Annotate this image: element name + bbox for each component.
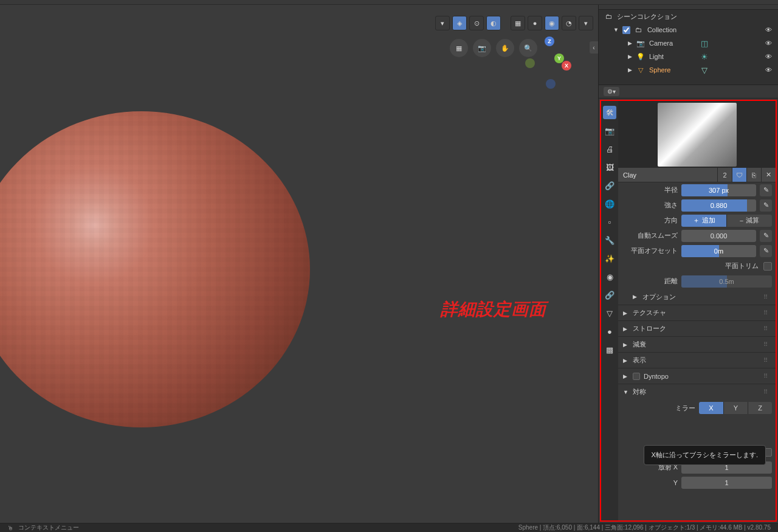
drag-handle-icon[interactable]: ⠿ <box>763 325 771 332</box>
collection-visibility-checkbox[interactable] <box>622 26 630 34</box>
outliner-collection[interactable]: ▼ 🗀 Collection 👁 <box>599 23 778 36</box>
tab-texture-icon[interactable]: ▩ <box>603 343 616 356</box>
tab-material-icon[interactable]: ● <box>603 325 616 338</box>
drag-handle-icon[interactable]: ⠿ <box>763 357 771 364</box>
xray-toggle-icon[interactable]: ◐ <box>486 16 501 30</box>
tab-output-icon[interactable]: 🖨 <box>603 142 616 156</box>
mesh-data-icon[interactable]: ▽ <box>701 66 707 75</box>
chevron-right-icon: ▶ <box>623 373 629 379</box>
tab-particles-icon[interactable]: ✨ <box>603 252 616 265</box>
brush-preview[interactable] <box>618 101 776 168</box>
disclosure-triangle-icon[interactable]: ▼ <box>613 27 619 33</box>
brush-thumbnail <box>658 103 737 167</box>
panel-option[interactable]: ▶ オプション ⠿ <box>618 289 776 305</box>
gizmo-toggle-icon[interactable]: ◈ <box>452 16 467 30</box>
pressure-radius-icon[interactable]: ✎ <box>760 184 772 196</box>
tab-object-icon[interactable]: ▫ <box>603 215 616 229</box>
brush-name-input[interactable] <box>618 168 717 182</box>
shading-matcap-icon[interactable]: ◉ <box>545 16 559 30</box>
axis-neg-z-icon[interactable] <box>546 79 556 89</box>
drag-handle-icon[interactable]: ⠿ <box>763 341 771 348</box>
radial-y-field[interactable]: 1 <box>681 477 772 489</box>
panel-symmetry[interactable]: ▼ 対称 ⠿ <box>618 384 776 399</box>
axis-gizmo[interactable]: Z Y X <box>525 36 574 85</box>
drag-handle-icon[interactable]: ⠿ <box>763 294 771 300</box>
strength-slider[interactable]: 0.880 <box>681 199 756 212</box>
drag-handle-icon[interactable]: ⠿ <box>763 373 771 379</box>
light-data-icon[interactable]: ☀ <box>701 52 708 61</box>
eye-icon[interactable]: 👁 <box>763 40 773 47</box>
tab-modifiers-icon[interactable]: 🔧 <box>603 233 616 247</box>
pressure-strength-icon[interactable]: ✎ <box>760 199 772 212</box>
tab-viewlayer-icon[interactable]: 🖼 <box>603 161 616 174</box>
disclosure-triangle-icon[interactable]: ▶ <box>628 54 632 60</box>
panel-display[interactable]: ▶ 表示 ⠿ <box>618 352 776 368</box>
panel-dyntopo[interactable]: ▶ Dyntopo ⠿ <box>618 368 776 384</box>
plane-trim-checkbox[interactable] <box>763 262 772 271</box>
drag-handle-icon[interactable]: ⠿ <box>763 309 771 316</box>
collection-icon: 🗀 <box>634 25 644 35</box>
unlink-brush-icon[interactable]: ✕ <box>761 168 776 182</box>
overlay-dropdown-icon[interactable]: ▾ <box>435 16 450 30</box>
drag-handle-icon[interactable]: ⠿ <box>763 389 771 395</box>
shading-dropdown-icon[interactable]: ▾ <box>579 16 593 30</box>
pan-icon[interactable]: ✋ <box>496 39 514 57</box>
direction-subtract-button[interactable]: −減算 <box>726 215 772 227</box>
mouse-icon: 🖱 <box>7 525 13 531</box>
direction-add-button[interactable]: ＋追加 <box>681 215 726 227</box>
tab-physics-icon[interactable]: ◉ <box>603 270 616 283</box>
autosmooth-slider[interactable]: 0.000 <box>681 230 756 242</box>
plane-offset-slider[interactable]: 0m <box>681 245 756 257</box>
props-options-button[interactable]: ⚙▾ <box>604 87 619 96</box>
axis-x-icon[interactable]: X <box>562 61 571 71</box>
tab-tool-icon[interactable]: 🛠 <box>603 106 616 119</box>
mirror-x-button[interactable]: X <box>699 402 723 414</box>
shading-rendered-icon[interactable]: ◔ <box>562 16 576 30</box>
radial-y-row: Y 1 <box>618 475 776 490</box>
pressure-autosmooth-icon[interactable]: ✎ <box>760 230 772 242</box>
axis-neg-y-icon[interactable] <box>525 58 535 68</box>
radius-row: 半径 307 px ✎ <box>618 182 776 198</box>
brush-users-count[interactable]: 2 <box>717 168 732 182</box>
outliner-item-sphere[interactable]: ▶ ▽ Sphere ▽ 👁 <box>599 63 778 77</box>
tab-render-icon[interactable]: 📷 <box>603 124 616 137</box>
overlay-toggle-icon[interactable]: ⊙ <box>469 16 484 30</box>
panel-falloff[interactable]: ▶ 減衰 ⠿ <box>618 336 776 352</box>
viewport-3d[interactable]: 詳細設定画面 ▾ ◈ ⊙ ◐ ▦ ● ◉ ◔ ▾ ▦ 📷 ✋ 🔍 ‹ Z Y X <box>0 5 598 523</box>
camera-icon: 📷 <box>636 38 645 48</box>
light-icon: 💡 <box>636 52 645 61</box>
mirror-row: ミラー X Y Z <box>618 399 776 416</box>
disclosure-triangle-icon[interactable]: ▶ <box>628 40 632 46</box>
radius-slider[interactable]: 307 px <box>681 184 756 196</box>
annotation-label: 詳細設定画面 <box>441 298 546 321</box>
plane-offset-row: 平面オフセット 0m ✎ <box>618 243 776 258</box>
eye-icon[interactable]: 👁 <box>763 66 773 74</box>
new-brush-icon[interactable]: ⎘ <box>746 168 761 182</box>
tab-world-icon[interactable]: 🌐 <box>603 197 616 210</box>
outliner-item-camera[interactable]: ▶ 📷 Camera ◫ 👁 <box>599 36 778 50</box>
eye-icon[interactable]: 👁 <box>763 26 773 33</box>
tooltip: X軸に沿ってブラシをミラーします. <box>644 445 766 465</box>
shading-wire-icon[interactable]: ▦ <box>511 16 525 30</box>
tab-mesh-icon[interactable]: ▽ <box>603 306 616 320</box>
mirror-z-button[interactable]: Z <box>748 402 772 414</box>
tab-scene-icon[interactable]: 🔗 <box>603 179 616 192</box>
outliner-item-light[interactable]: ▶ 💡 Light ☀ 👁 <box>599 50 778 63</box>
panel-stroke[interactable]: ▶ ストローク ⠿ <box>618 320 776 336</box>
panel-texture[interactable]: ▶ テクスチャ ⠿ <box>618 305 776 320</box>
dyntopo-checkbox[interactable] <box>633 373 640 380</box>
outliner-scene-collection[interactable]: 🗀 シーンコレクション <box>599 10 778 23</box>
grid-icon[interactable]: ▦ <box>450 39 468 57</box>
panel-collapse-icon[interactable]: ‹ <box>590 41 598 54</box>
camera-data-icon[interactable]: ◫ <box>701 39 708 48</box>
shading-solid-icon[interactable]: ● <box>528 16 542 30</box>
disclosure-triangle-icon[interactable]: ▶ <box>628 67 632 73</box>
distance-slider[interactable]: 0.5m <box>681 275 772 288</box>
mirror-y-button[interactable]: Y <box>723 402 748 414</box>
fake-user-icon[interactable]: 🛡 <box>732 168 746 182</box>
eye-icon[interactable]: 👁 <box>763 53 773 60</box>
axis-z-icon[interactable]: Z <box>545 36 554 46</box>
tab-constraints-icon[interactable]: 🔗 <box>603 288 616 302</box>
pressure-plane-offset-icon[interactable]: ✎ <box>760 245 772 257</box>
camera-view-icon[interactable]: 📷 <box>473 39 491 57</box>
